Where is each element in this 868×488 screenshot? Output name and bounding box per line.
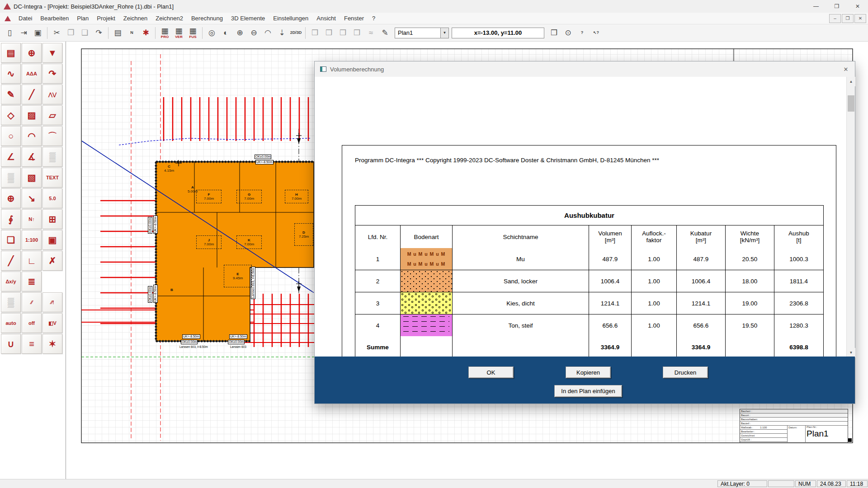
mdi-minimize-button[interactable]: – (829, 14, 841, 23)
gray-fill-tool[interactable]: ▒ (1, 292, 21, 312)
image-rotate-tool[interactable]: ↷ (42, 64, 62, 84)
menu-item[interactable]: Fenster (340, 13, 368, 23)
dam-profile-tool[interactable]: ▒ (42, 147, 62, 167)
table-insert-tool[interactable]: ⊞ (42, 209, 62, 229)
snap-point-button[interactable]: ⇣ (275, 26, 289, 40)
polyline-tool[interactable]: ⋀⋁ (42, 84, 62, 104)
hatch-polygon-tool[interactable]: ▧ (22, 168, 42, 188)
ok-button[interactable]: OK (468, 366, 514, 378)
context-help-button[interactable]: ↖? (589, 26, 603, 40)
undo-arc-button[interactable]: ↷ (92, 26, 106, 40)
delta-xy-tool[interactable]: Δx/y (1, 272, 21, 291)
settings-gear-button[interactable]: ✱ (139, 26, 153, 40)
circle-tool[interactable]: ○ (1, 126, 21, 146)
print-button[interactable]: ❒ (547, 26, 561, 40)
text-tool[interactable]: TEXT (42, 168, 62, 188)
grid-ver-button[interactable]: ▦VER (172, 26, 186, 40)
terrain-button[interactable]: ≈ (364, 26, 378, 40)
volume-cube-tool[interactable]: ◧V (42, 313, 62, 333)
hatch-lines-tool[interactable]: ▨ (22, 105, 42, 125)
menu-item[interactable]: ? (368, 13, 379, 23)
print-view-tool[interactable]: ▣ (42, 230, 62, 250)
insert-into-plan-button[interactable]: In den Plan einfügen (554, 385, 622, 397)
plan-select-combobox[interactable]: Plan1 ▼ (395, 28, 449, 38)
protractor-tool[interactable]: ∟ (22, 251, 42, 271)
plot-layout2-button[interactable]: ❒ (322, 26, 336, 40)
menu-item[interactable]: 3D Elemente (227, 13, 269, 23)
pen-button[interactable]: ✎ (378, 26, 392, 40)
notes-button[interactable]: N (125, 26, 139, 40)
terrain-draw-tool[interactable]: ✎ (1, 84, 21, 104)
arc-3point-tool[interactable]: ⌒ (42, 126, 62, 146)
window-layout-tool[interactable]: ❏ (1, 230, 21, 250)
slope-warning-tool[interactable]: ⁄⁄! (42, 292, 62, 312)
dam-profile2-tool[interactable]: ▒ (1, 168, 21, 188)
new-document-button[interactable]: ▯ (3, 26, 17, 40)
copy-button[interactable]: ❐ (64, 26, 78, 40)
scroll-down-icon[interactable]: ▼ (847, 348, 855, 357)
plot-layout1-button[interactable]: ❒ (308, 26, 322, 40)
annotation-text-tool[interactable]: AΔA (22, 64, 42, 84)
slope-auto-tool[interactable]: auto (1, 313, 21, 333)
arc-tool-button[interactable]: ◠ (261, 26, 275, 40)
scale-select-tool[interactable]: 1:100 (22, 230, 42, 250)
save-button[interactable]: ▣ (31, 26, 45, 40)
mdi-close-button[interactable]: ✕ (854, 14, 866, 23)
zoom-window-button[interactable]: ◐ (219, 26, 233, 40)
dialog-close-icon[interactable]: ✕ (837, 61, 855, 77)
sign-post-tool[interactable]: ≡ (22, 334, 42, 354)
arc-center-tool[interactable]: ◠ (22, 126, 42, 146)
import-button[interactable]: ⇥ (17, 26, 31, 40)
symbol-point-tool[interactable]: ⊕ (1, 188, 21, 208)
close-button[interactable]: ✕ (847, 0, 868, 13)
dialog-scrollbar[interactable]: ▲ ▼ (846, 77, 855, 357)
menu-item[interactable]: Einstellungen (269, 13, 312, 23)
plot-layout4-button[interactable]: ❒ (350, 26, 364, 40)
embankment-hatch-tool[interactable]: ▤ (1, 43, 21, 63)
copy-button[interactable]: Kopieren (566, 366, 611, 378)
menu-item[interactable]: Datei (14, 13, 36, 23)
menu-item[interactable]: Zeichnen2 (151, 13, 187, 23)
layers-tool[interactable]: ≣ (22, 272, 42, 291)
paste-button[interactable]: ❑ (78, 26, 92, 40)
chevron-down-icon[interactable]: ▼ (440, 28, 448, 38)
menu-item[interactable]: Plan (73, 13, 93, 23)
minimize-button[interactable]: — (806, 0, 826, 13)
grid-fus-button[interactable]: ▦FUS (186, 26, 200, 40)
toggle-2d3d-button[interactable]: 2D/3D (289, 26, 303, 40)
menu-item[interactable]: Zeichnen (119, 13, 151, 23)
plot-layout3-button[interactable]: ❒ (336, 26, 350, 40)
target-point-tool[interactable]: ⊕ (22, 43, 42, 63)
grid-pro-button[interactable]: ▦PRO (158, 26, 172, 40)
report-button[interactable]: ▤ (111, 26, 125, 40)
anchor-tool[interactable]: ↘ (22, 188, 42, 208)
angle-tool[interactable]: ∠ (1, 147, 21, 167)
print-preview-button[interactable]: ⊙ (561, 26, 575, 40)
rotated-rect-tool[interactable]: ▱ (42, 105, 62, 125)
explode-tool[interactable]: ✶ (42, 334, 62, 354)
pile-arc-tool[interactable]: ∮ (1, 209, 21, 229)
zoom-all-button[interactable]: ⊕ (233, 26, 247, 40)
help-button[interactable]: ? (575, 26, 589, 40)
zoom-out-button[interactable]: ⊖ (247, 26, 261, 40)
delete-rotate-tool[interactable]: ✗ (42, 251, 62, 271)
restore-button[interactable]: ❐ (826, 0, 847, 13)
scrollbar-thumb[interactable] (848, 95, 854, 112)
menu-item[interactable]: Bearbeiten (36, 13, 73, 23)
zoom-view-button[interactable]: ◎ (205, 26, 219, 40)
polygon-tool[interactable]: ◇ (1, 105, 21, 125)
line-tool[interactable]: ╱ (22, 84, 42, 104)
dimension-tool[interactable]: 5.0 (42, 188, 62, 208)
dialog-title-bar[interactable]: Volumenberechnung ✕ (315, 61, 855, 77)
menu-item[interactable]: Ansicht (312, 13, 340, 23)
menu-item[interactable]: Berechnung (187, 13, 227, 23)
scroll-up-icon[interactable]: ▲ (847, 77, 855, 86)
print-button[interactable]: Drucken (663, 366, 708, 378)
mdi-restore-button[interactable]: ❐ (842, 14, 854, 23)
slope-hatch-tool[interactable]: ⁄⁄ (22, 292, 42, 312)
pipe-bend-tool[interactable]: ∪ (1, 334, 21, 354)
slope-triangles-tool[interactable]: ▼ (42, 43, 62, 63)
menu-item[interactable]: Projekt (93, 13, 119, 23)
snap-line-tool[interactable]: ╱ (1, 251, 21, 271)
slope-off-tool[interactable]: off (22, 313, 42, 333)
